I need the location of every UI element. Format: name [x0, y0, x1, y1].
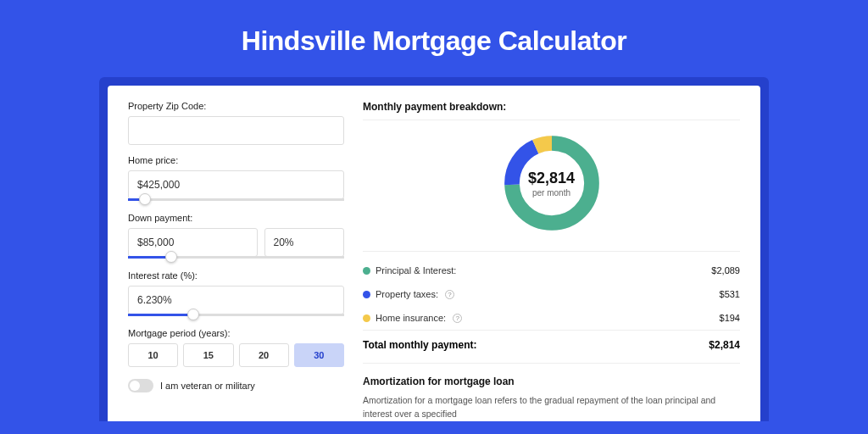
donut-center: $2,814 per month	[499, 131, 604, 236]
amortization-title: Amortization for mortgage loan	[363, 376, 740, 387]
legend-dot	[363, 267, 370, 275]
price-field-group: Home price:	[128, 155, 344, 201]
donut-per-label: per month	[532, 188, 570, 198]
help-icon[interactable]: ?	[445, 290, 454, 299]
down-slider[interactable]	[128, 256, 344, 259]
price-label: Home price:	[128, 155, 344, 165]
legend-value: $194	[720, 313, 740, 323]
total-row: Total monthly payment: $2,814	[363, 330, 740, 363]
legend-dot	[363, 314, 370, 322]
help-icon[interactable]: ?	[453, 314, 462, 323]
legend: Principal & Interest:$2,089Property taxe…	[363, 259, 740, 330]
down-slider-thumb[interactable]	[165, 251, 177, 263]
period-field-group: Mortgage period (years): 10152030	[128, 328, 344, 367]
rate-slider[interactable]	[128, 314, 344, 316]
total-value: $2,814	[709, 339, 740, 351]
down-label: Down payment:	[128, 213, 344, 223]
calculator-card: Property Zip Code: Home price: Down paym…	[108, 86, 760, 421]
legend-row: Principal & Interest:$2,089	[363, 259, 740, 282]
price-slider-thumb[interactable]	[139, 193, 151, 205]
period-buttons: 10152030	[128, 343, 344, 367]
rate-field-group: Interest rate (%):	[128, 270, 344, 316]
down-field-group: Down payment:	[128, 213, 344, 259]
rate-slider-thumb[interactable]	[187, 309, 199, 320]
veteran-toggle[interactable]	[128, 379, 153, 392]
price-slider[interactable]	[128, 198, 344, 201]
breakdown-title: Monthly payment breakdown:	[363, 101, 740, 113]
card-wrap: Property Zip Code: Home price: Down paym…	[99, 77, 769, 421]
zip-field-group: Property Zip Code:	[128, 101, 344, 145]
breakdown-column: Monthly payment breakdown: $2,814 per mo…	[363, 101, 740, 421]
rate-slider-fill	[128, 314, 193, 316]
divider	[363, 120, 740, 120]
legend-row: Home insurance:?$194	[363, 306, 740, 330]
period-button-10[interactable]: 10	[128, 343, 178, 367]
hero: Hindsville Mortgage Calculator	[0, 0, 868, 77]
legend-label: Property taxes:	[376, 289, 438, 299]
donut-chart: $2,814 per month	[499, 131, 604, 236]
legend-value: $531	[720, 289, 740, 299]
rate-label: Interest rate (%):	[128, 270, 344, 281]
donut-chart-wrap: $2,814 per month	[363, 127, 740, 244]
price-input[interactable]	[128, 170, 344, 199]
legend-row: Property taxes:?$531	[363, 282, 740, 306]
form-column: Property Zip Code: Home price: Down paym…	[128, 101, 344, 421]
amortization-text: Amortization for a mortgage loan refers …	[363, 394, 740, 421]
rate-input[interactable]	[128, 286, 344, 314]
period-button-30[interactable]: 30	[294, 343, 344, 367]
divider	[363, 251, 740, 252]
legend-label: Principal & Interest:	[376, 265, 456, 275]
legend-dot	[363, 291, 370, 298]
veteran-label: I am veteran or military	[160, 381, 255, 391]
zip-label: Property Zip Code:	[128, 101, 344, 111]
period-button-20[interactable]: 20	[239, 343, 289, 367]
down-amount-input[interactable]	[128, 228, 258, 257]
legend-value: $2,089	[711, 265, 740, 275]
down-percent-input[interactable]	[264, 228, 345, 257]
zip-input[interactable]	[128, 116, 344, 145]
legend-label: Home insurance:	[376, 313, 446, 323]
veteran-toggle-row: I am veteran or military	[128, 379, 344, 392]
period-label: Mortgage period (years):	[128, 328, 344, 338]
amortization-block: Amortization for mortgage loan Amortizat…	[363, 363, 740, 421]
page-title: Hindsville Mortgage Calculator	[0, 25, 868, 57]
period-button-15[interactable]: 15	[183, 343, 233, 367]
total-label: Total monthly payment:	[363, 339, 476, 351]
donut-amount: $2,814	[528, 170, 575, 187]
